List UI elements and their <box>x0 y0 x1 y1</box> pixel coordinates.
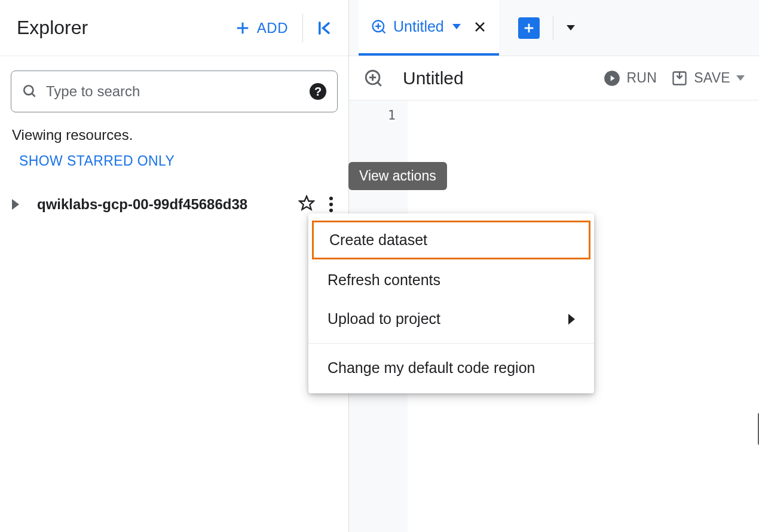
menu-item-create-dataset[interactable]: Create dataset <box>312 221 590 259</box>
save-button-label: SAVE <box>694 70 730 86</box>
svg-line-9 <box>382 30 385 33</box>
explorer-panel: Explorer ADD ? Viewing resources. SHOW S… <box>0 0 349 532</box>
expand-caret-icon[interactable] <box>12 199 19 210</box>
plus-icon <box>234 20 251 36</box>
divider <box>302 14 303 42</box>
svg-point-3 <box>24 85 33 94</box>
search-icon <box>22 84 38 99</box>
project-tree-row[interactable]: qwiklabs-gcp-00-99df45686d38 <box>11 193 338 216</box>
viewing-resources-label: Viewing resources. <box>11 127 338 143</box>
menu-item-upload-to-project[interactable]: Upload to project <box>308 299 594 338</box>
menu-item-label: Upload to project <box>328 310 440 328</box>
chevron-down-icon <box>736 75 745 81</box>
chevron-right-icon <box>568 314 575 325</box>
tab-bar: Untitled <box>349 0 759 56</box>
run-button-label: RUN <box>626 70 657 86</box>
explorer-body: ? Viewing resources. SHOW STARRED ONLY q… <box>0 56 348 216</box>
view-actions-tooltip: View actions <box>348 162 447 190</box>
star-button[interactable] <box>298 195 315 214</box>
query-icon <box>371 19 387 35</box>
more-vertical-icon <box>329 197 333 200</box>
tab-label: Untitled <box>393 18 444 35</box>
menu-item-label: Change my default code region <box>328 359 535 377</box>
menu-item-change-default-code-region[interactable]: Change my default code region <box>308 348 594 387</box>
run-button[interactable]: RUN <box>604 70 657 87</box>
help-icon[interactable]: ? <box>310 83 326 100</box>
collapse-left-icon <box>316 20 333 36</box>
save-icon <box>671 70 688 87</box>
show-starred-only-button[interactable]: SHOW STARRED ONLY <box>11 153 338 169</box>
add-button[interactable]: ADD <box>228 16 294 40</box>
collapse-panel-button[interactable] <box>311 15 338 41</box>
save-button[interactable]: SAVE <box>671 70 745 87</box>
context-menu: Create dataset Refresh contents Upload t… <box>308 213 594 393</box>
explorer-header: Explorer ADD <box>0 0 348 56</box>
project-name[interactable]: qwiklabs-gcp-00-99df45686d38 <box>37 196 287 213</box>
query-icon <box>363 68 384 88</box>
plus-icon <box>522 22 535 35</box>
divider <box>553 16 553 40</box>
editor-title[interactable]: Untitled <box>398 68 589 88</box>
line-number: 1 <box>349 108 396 123</box>
svg-line-17 <box>378 82 381 86</box>
menu-separator <box>308 343 594 344</box>
play-icon <box>604 70 620 87</box>
menu-item-label: Refresh contents <box>328 271 440 289</box>
svg-line-4 <box>32 93 35 96</box>
search-input[interactable] <box>46 83 310 100</box>
explorer-title: Explorer <box>17 17 228 39</box>
tab-untitled[interactable]: Untitled <box>359 0 499 56</box>
tab-overflow-button[interactable] <box>567 25 575 30</box>
editor-toolbar: Untitled RUN SAVE <box>349 56 759 100</box>
menu-item-label: Create dataset <box>329 231 427 249</box>
star-outline-icon <box>298 195 315 212</box>
new-tab-button[interactable] <box>518 17 540 39</box>
search-box[interactable]: ? <box>11 71 338 112</box>
svg-marker-5 <box>299 196 313 209</box>
menu-item-refresh-contents[interactable]: Refresh contents <box>308 261 594 299</box>
add-button-label: ADD <box>257 20 288 36</box>
close-tab-button[interactable] <box>473 20 487 34</box>
more-actions-button[interactable] <box>326 193 336 216</box>
chevron-down-icon[interactable] <box>452 24 461 29</box>
